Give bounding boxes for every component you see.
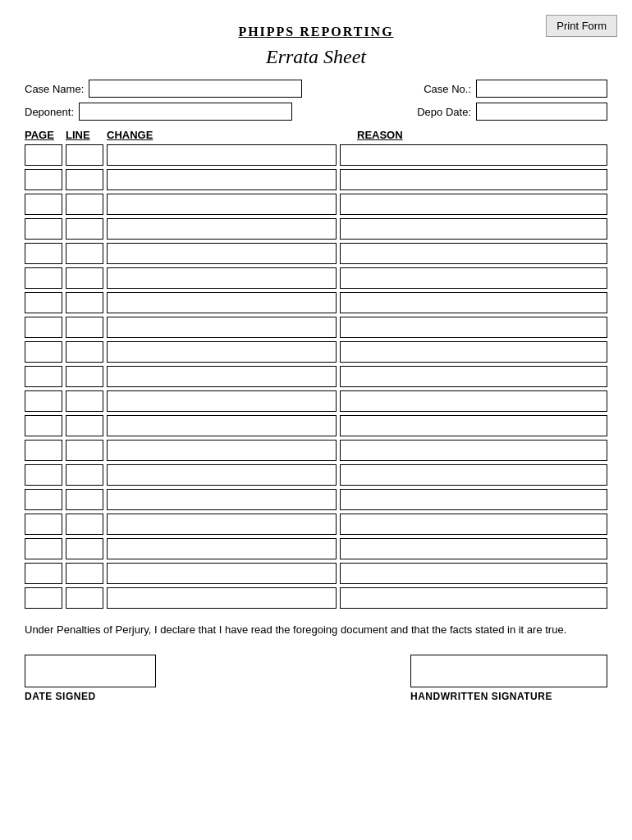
page-cell[interactable] xyxy=(25,563,62,584)
change-cell[interactable] xyxy=(107,587,337,609)
change-cell[interactable] xyxy=(107,390,337,412)
reason-column-header: REASON xyxy=(341,129,607,141)
print-form-button[interactable]: Print Form xyxy=(546,15,617,37)
line-cell[interactable] xyxy=(66,390,103,412)
page-cell[interactable] xyxy=(25,440,62,461)
reason-cell[interactable] xyxy=(340,538,607,559)
case-no-group: Case No.: xyxy=(424,80,607,98)
table-row xyxy=(25,390,607,412)
change-cell[interactable] xyxy=(107,464,337,486)
reason-cell[interactable] xyxy=(340,464,607,486)
line-cell[interactable] xyxy=(66,563,103,584)
table-row xyxy=(25,169,607,190)
line-cell[interactable] xyxy=(66,341,103,363)
line-cell[interactable] xyxy=(66,169,103,190)
line-cell[interactable] xyxy=(66,194,103,215)
reason-cell[interactable] xyxy=(340,440,607,461)
page-cell[interactable] xyxy=(25,144,62,166)
change-cell[interactable] xyxy=(107,218,337,240)
page-cell[interactable] xyxy=(25,366,62,387)
change-cell[interactable] xyxy=(107,563,337,584)
reason-cell[interactable] xyxy=(340,194,607,215)
page-cell[interactable] xyxy=(25,587,62,609)
change-cell[interactable] xyxy=(107,538,337,559)
change-cell[interactable] xyxy=(107,292,337,313)
line-cell[interactable] xyxy=(66,144,103,166)
page-cell[interactable] xyxy=(25,243,62,264)
page-cell[interactable] xyxy=(25,267,62,289)
table-row xyxy=(25,563,607,584)
change-cell[interactable] xyxy=(107,341,337,363)
line-cell[interactable] xyxy=(66,243,103,264)
line-cell[interactable] xyxy=(66,440,103,461)
reason-cell[interactable] xyxy=(340,563,607,584)
date-signed-box[interactable] xyxy=(25,655,156,687)
table-row xyxy=(25,587,607,609)
reason-cell[interactable] xyxy=(340,144,607,166)
line-cell[interactable] xyxy=(66,267,103,289)
line-cell[interactable] xyxy=(66,587,103,609)
change-cell[interactable] xyxy=(107,243,337,264)
line-cell[interactable] xyxy=(66,218,103,240)
company-name: PHIPPS REPORTING xyxy=(25,25,607,39)
case-name-input[interactable] xyxy=(89,80,302,98)
page-cell[interactable] xyxy=(25,218,62,240)
reason-cell[interactable] xyxy=(340,390,607,412)
case-no-input[interactable] xyxy=(476,80,607,98)
table-row xyxy=(25,243,607,264)
reason-cell[interactable] xyxy=(340,489,607,510)
line-cell[interactable] xyxy=(66,464,103,486)
change-cell[interactable] xyxy=(107,169,337,190)
depo-date-input[interactable] xyxy=(476,103,607,121)
page-cell[interactable] xyxy=(25,464,62,486)
page-cell[interactable] xyxy=(25,317,62,338)
page-cell[interactable] xyxy=(25,169,62,190)
case-name-label: Case Name: xyxy=(25,83,84,95)
line-cell[interactable] xyxy=(66,292,103,313)
line-cell[interactable] xyxy=(66,514,103,535)
deponent-input[interactable] xyxy=(79,103,292,121)
reason-cell[interactable] xyxy=(340,366,607,387)
table-row xyxy=(25,341,607,363)
table-row xyxy=(25,267,607,289)
page-cell[interactable] xyxy=(25,341,62,363)
change-cell[interactable] xyxy=(107,366,337,387)
change-cell[interactable] xyxy=(107,194,337,215)
change-cell[interactable] xyxy=(107,514,337,535)
reason-cell[interactable] xyxy=(340,587,607,609)
table-row xyxy=(25,317,607,338)
change-cell[interactable] xyxy=(107,267,337,289)
reason-cell[interactable] xyxy=(340,341,607,363)
page-cell[interactable] xyxy=(25,514,62,535)
line-cell[interactable] xyxy=(66,415,103,436)
line-cell[interactable] xyxy=(66,489,103,510)
page-cell[interactable] xyxy=(25,194,62,215)
reason-cell[interactable] xyxy=(340,514,607,535)
page-cell[interactable] xyxy=(25,390,62,412)
reason-cell[interactable] xyxy=(340,243,607,264)
handwritten-sig-box[interactable] xyxy=(410,655,607,687)
change-cell[interactable] xyxy=(107,144,337,166)
change-cell[interactable] xyxy=(107,317,337,338)
change-cell[interactable] xyxy=(107,489,337,510)
date-signed-label: DATE SIGNED xyxy=(25,691,96,702)
page-cell[interactable] xyxy=(25,538,62,559)
perjury-statement: Under Penalties of Perjury, I declare th… xyxy=(25,622,607,638)
page-cell[interactable] xyxy=(25,489,62,510)
form-title: Errata Sheet xyxy=(25,46,607,68)
reason-cell[interactable] xyxy=(340,267,607,289)
line-cell[interactable] xyxy=(66,538,103,559)
change-cell[interactable] xyxy=(107,415,337,436)
change-cell[interactable] xyxy=(107,440,337,461)
reason-cell[interactable] xyxy=(340,292,607,313)
reason-cell[interactable] xyxy=(340,317,607,338)
reason-cell[interactable] xyxy=(340,169,607,190)
reason-cell[interactable] xyxy=(340,415,607,436)
change-column-header: CHANGE xyxy=(107,129,341,141)
page-cell[interactable] xyxy=(25,415,62,436)
line-cell[interactable] xyxy=(66,317,103,338)
page-cell[interactable] xyxy=(25,292,62,313)
reason-cell[interactable] xyxy=(340,218,607,240)
table-row xyxy=(25,464,607,486)
line-cell[interactable] xyxy=(66,366,103,387)
